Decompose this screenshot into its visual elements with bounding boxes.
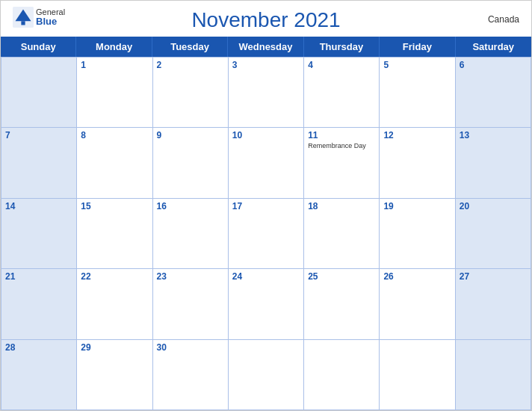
cell-date: 16 — [157, 201, 224, 211]
table-row: 10 — [229, 128, 304, 198]
cell-date: 30 — [157, 342, 224, 353]
cell-date: 8 — [81, 130, 148, 140]
table-row: 1 — [77, 58, 152, 128]
table-row: 13 — [456, 128, 531, 198]
header-friday: Friday — [380, 37, 455, 57]
cell-event: Remembrance Day — [308, 142, 375, 149]
cell-date: 12 — [383, 130, 451, 140]
table-row: 23 — [153, 269, 229, 339]
cell-date: 25 — [308, 271, 375, 282]
table-row: 14 — [1, 199, 77, 269]
header-sunday: Sunday — [1, 37, 76, 57]
header-wednesday: Wednesday — [228, 37, 303, 57]
cell-date: 13 — [460, 130, 527, 140]
table-row: 29 — [77, 340, 152, 410]
cell-date: 27 — [460, 271, 527, 282]
table-row: 24 — [229, 269, 304, 339]
table-row: 20 — [456, 199, 531, 269]
cell-date: 11 — [308, 130, 375, 140]
cell-date: 24 — [232, 271, 300, 282]
cell-date: 14 — [5, 201, 72, 211]
table-row — [304, 340, 380, 410]
table-row: 11Remembrance Day — [304, 128, 380, 198]
logo-blue: Blue — [36, 16, 57, 27]
table-row — [380, 340, 455, 410]
table-row — [1, 58, 77, 128]
table-row: 3 — [229, 58, 304, 128]
table-row: 15 — [77, 199, 152, 269]
svg-rect-2 — [21, 21, 25, 25]
table-row: 18 — [304, 199, 380, 269]
table-row: 5 — [380, 58, 455, 128]
table-row — [456, 340, 531, 410]
table-row: 27 — [456, 269, 531, 339]
table-row: 25 — [304, 269, 380, 339]
table-row: 2 — [153, 58, 229, 128]
table-row: 28 — [1, 340, 77, 410]
table-row: 19 — [380, 199, 455, 269]
table-row: 21 — [1, 269, 77, 339]
cell-date: 19 — [383, 201, 451, 211]
header-monday: Monday — [76, 37, 152, 57]
cell-date: 17 — [232, 201, 300, 211]
table-row: 26 — [380, 269, 455, 339]
cell-date: 21 — [5, 271, 72, 282]
calendar-grid: 1234567891011Remembrance Day121314151617… — [1, 57, 531, 410]
cell-date: 15 — [81, 201, 148, 211]
cell-date: 18 — [308, 201, 375, 211]
logo-area: General Blue — [13, 7, 65, 28]
table-row — [229, 340, 304, 410]
header-tuesday: Tuesday — [152, 37, 228, 57]
month-title: November 2021 — [191, 8, 340, 32]
cell-date: 5 — [383, 60, 451, 70]
table-row: 12 — [380, 128, 455, 198]
table-row: 8 — [77, 128, 152, 198]
table-row: 22 — [77, 269, 152, 339]
calendar-header: General Blue November 2021 Canada — [1, 1, 531, 37]
cell-date: 1 — [81, 60, 148, 70]
cell-date: 2 — [157, 60, 224, 70]
table-row: 30 — [153, 340, 229, 410]
cell-date: 6 — [460, 60, 527, 70]
cell-date: 4 — [308, 60, 375, 70]
header-saturday: Saturday — [456, 37, 531, 57]
cell-date: 29 — [81, 342, 148, 353]
logo-icon — [13, 7, 34, 28]
cell-date: 22 — [81, 271, 148, 282]
table-row: 9 — [153, 128, 229, 198]
header-thursday: Thursday — [304, 37, 380, 57]
cell-date: 7 — [5, 130, 72, 140]
cell-date: 10 — [232, 130, 300, 140]
calendar-container: General Blue November 2021 Canada Sunday… — [0, 0, 532, 411]
cell-date: 26 — [383, 271, 451, 282]
cell-date: 3 — [232, 60, 300, 70]
table-row: 4 — [304, 58, 380, 128]
cell-date: 23 — [157, 271, 224, 282]
table-row: 7 — [1, 128, 77, 198]
table-row: 6 — [456, 58, 531, 128]
country-label: Canada — [488, 14, 519, 25]
cell-date: 9 — [157, 130, 224, 140]
table-row: 16 — [153, 199, 229, 269]
cell-date: 28 — [5, 342, 72, 353]
table-row: 17 — [229, 199, 304, 269]
day-headers: Sunday Monday Tuesday Wednesday Thursday… — [1, 37, 531, 57]
cell-date: 20 — [460, 201, 527, 211]
